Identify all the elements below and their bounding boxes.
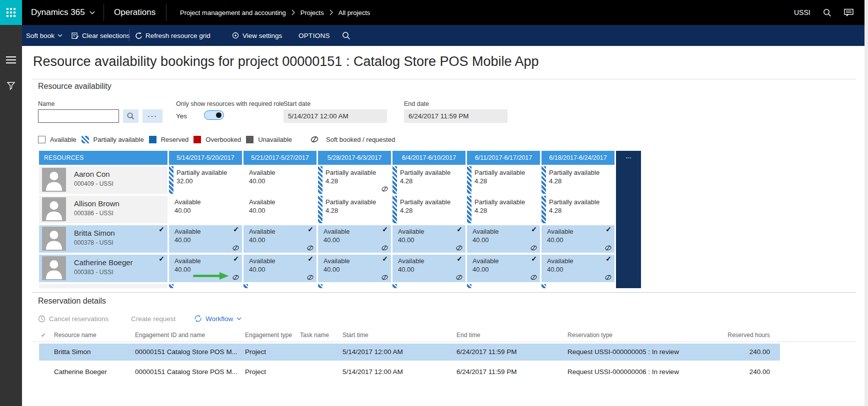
- global-search-button[interactable]: [823, 0, 832, 25]
- soft-book-menu[interactable]: Soft book: [26, 25, 62, 46]
- nav-menu-button[interactable]: [6, 56, 16, 64]
- avatar: [42, 256, 66, 280]
- availability-cell[interactable]: Partially available4.28: [392, 166, 466, 194]
- reservation-row[interactable]: Catherine Boeger00000151 Catalog Store P…: [39, 364, 780, 381]
- reserved-swatch: [149, 136, 156, 143]
- grid-header-row: RESOURCES 5/14/2017-5/20/20175/21/2017-5…: [39, 151, 644, 165]
- refresh-resource-grid-button[interactable]: Refresh resource grid: [135, 25, 210, 46]
- cancel-reservations-button[interactable]: Cancel reservations: [38, 313, 108, 325]
- resource-row[interactable]: Allison Brown000386 - USSIAvailable40.00…: [39, 196, 644, 223]
- resource-id: 000386 - USSI: [74, 210, 114, 217]
- reservation-table-header: ✓ Resource nameEngagement ID and nameEng…: [39, 330, 780, 341]
- column-header-end-time[interactable]: End time: [456, 330, 480, 341]
- check-icon: ✓: [233, 225, 239, 233]
- availability-cell[interactable]: Available40.00✓: [542, 225, 614, 253]
- availability-status: Partially available: [549, 168, 612, 177]
- resource-cell[interactable]: Allison Brown000386 - USSI: [39, 196, 168, 223]
- view-settings-icon: [232, 32, 240, 39]
- person-icon: [42, 227, 66, 251]
- availability-status: Available: [249, 198, 314, 206]
- availability-cell[interactable]: Partially available4.28: [392, 196, 466, 223]
- start-date-input[interactable]: 5/14/2017 12:00 AM: [284, 109, 387, 123]
- reservation-row[interactable]: Britta Simon00000151 Catalog Store POS M…: [39, 344, 780, 361]
- availability-status: Available: [472, 227, 537, 236]
- user-company-button[interactable]: USSI: [794, 0, 810, 25]
- availability-cell[interactable]: Available40.00✓: [467, 225, 540, 253]
- availability-cell[interactable]: Available40.00✓: [392, 255, 466, 282]
- section-title-reservation-details: Reservation details: [38, 297, 106, 306]
- name-input[interactable]: [38, 109, 119, 123]
- breadcrumb-section[interactable]: Projects: [300, 9, 324, 16]
- column-header-engagement-id-and-name[interactable]: Engagement ID and name: [135, 330, 205, 341]
- availability-cell[interactable]: Available40.00: [244, 196, 316, 223]
- availability-cell[interactable]: Partially available4.28: [318, 196, 391, 223]
- availability-cell[interactable]: Partially available4.28: [542, 196, 614, 223]
- availability-hours: 40.00: [174, 206, 239, 215]
- resource-cell[interactable]: Britta Simon000378 - USSI✓: [39, 225, 168, 253]
- end-date-input[interactable]: 6/24/2017 11:59 PM: [404, 109, 508, 123]
- app-launcher-button[interactable]: [0, 0, 22, 25]
- resource-row[interactable]: Aaron Con000409 - USSIPartially availabl…: [39, 166, 644, 194]
- availability-cell[interactable]: Available40.00✓: [542, 255, 614, 282]
- column-header-engagement-type[interactable]: Engagement type: [245, 330, 292, 341]
- availability-cell[interactable]: Available40.00: [169, 196, 242, 223]
- breadcrumb-page[interactable]: All projects: [338, 9, 370, 16]
- filter-button[interactable]: [6, 81, 16, 90]
- resource-name: Britta Simon: [74, 229, 115, 237]
- availability-hours: 4.28: [474, 206, 537, 215]
- availability-cell[interactable]: Available40.00✓: [467, 255, 540, 282]
- name-lookup-button[interactable]: ...: [142, 109, 162, 123]
- column-header-resource-name[interactable]: Resource name: [54, 330, 96, 341]
- resource-cell[interactable]: Catherine Boeger000383 - USSI✓: [39, 255, 168, 282]
- availability-cell[interactable]: Partially available4.28: [542, 166, 614, 194]
- availability-cell[interactable]: Available40.00✓: [318, 225, 391, 253]
- check-icon: ✓: [606, 255, 612, 263]
- avatar: [42, 168, 66, 192]
- column-header-start-time[interactable]: Start time: [342, 330, 368, 341]
- availability-hours: 4.28: [400, 206, 462, 215]
- availability-cell[interactable]: Available40.00✓: [318, 255, 391, 282]
- select-column-header[interactable]: ✓: [41, 330, 46, 341]
- column-header-reservation-type[interactable]: Reservation type: [568, 330, 612, 341]
- availability-cell[interactable]: Available40.00✓: [392, 225, 466, 253]
- vertical-scrollbar[interactable]: [864, 0, 868, 406]
- availability-cell[interactable]: Available40.00: [244, 166, 316, 194]
- breadcrumb-module[interactable]: Project management and accounting: [180, 9, 286, 16]
- role-toggle[interactable]: [204, 110, 224, 120]
- create-request-button[interactable]: Create request: [131, 313, 176, 325]
- availability-status: Available: [398, 257, 462, 265]
- availability-cell[interactable]: Partially available32.00: [169, 166, 242, 194]
- resource-row[interactable]: Britta Simon000378 - USSI✓Available40.00…: [39, 225, 644, 253]
- more-weeks-button[interactable]: ...: [616, 151, 641, 288]
- availability-status: Available: [547, 257, 612, 265]
- availability-cell[interactable]: Available40.00✓: [169, 255, 242, 282]
- clear-selections-button[interactable]: Clear selections: [72, 25, 130, 46]
- product-name: Operations: [114, 0, 156, 25]
- start-date-label: Start date: [284, 100, 310, 107]
- name-label: Name: [38, 100, 54, 107]
- brand-menu[interactable]: Dynamics 365: [31, 0, 95, 25]
- resource-cell[interactable]: Aaron Con000409 - USSI: [39, 166, 168, 194]
- availability-cell[interactable]: Available40.00✓: [169, 225, 242, 253]
- availability-status: Partially available: [474, 168, 537, 177]
- workflow-menu[interactable]: Workflow: [194, 313, 242, 325]
- availability-cell[interactable]: Partially available4.28: [467, 166, 540, 194]
- availability-cell[interactable]: Available40.00✓: [244, 225, 316, 253]
- soft-booked-icon: [306, 274, 314, 281]
- availability-cell[interactable]: Partially available4.28: [318, 166, 391, 194]
- breadcrumb: Project management and accounting Projec…: [180, 0, 370, 25]
- availability-hours: 40.00: [472, 265, 537, 274]
- availability-cell[interactable]: Available40.00✓: [244, 255, 316, 282]
- legend: AvailablePartially availableReservedOver…: [38, 135, 395, 144]
- action-search-button[interactable]: [342, 25, 350, 46]
- feedback-button[interactable]: [844, 0, 854, 25]
- column-header-task-name[interactable]: Task name: [300, 330, 329, 341]
- legend-item-reserved: Reserved: [149, 136, 189, 143]
- view-settings-button[interactable]: View settings: [232, 25, 282, 46]
- availability-cell[interactable]: Partially available4.28: [467, 196, 540, 223]
- resource-row[interactable]: Catherine Boeger000383 - USSI✓Available4…: [39, 255, 644, 282]
- soft-booked-indicator: [232, 274, 240, 281]
- column-header-reserved-hours[interactable]: Reserved hours: [728, 330, 770, 341]
- options-tab[interactable]: OPTIONS: [298, 25, 330, 46]
- name-search-button[interactable]: [123, 109, 138, 123]
